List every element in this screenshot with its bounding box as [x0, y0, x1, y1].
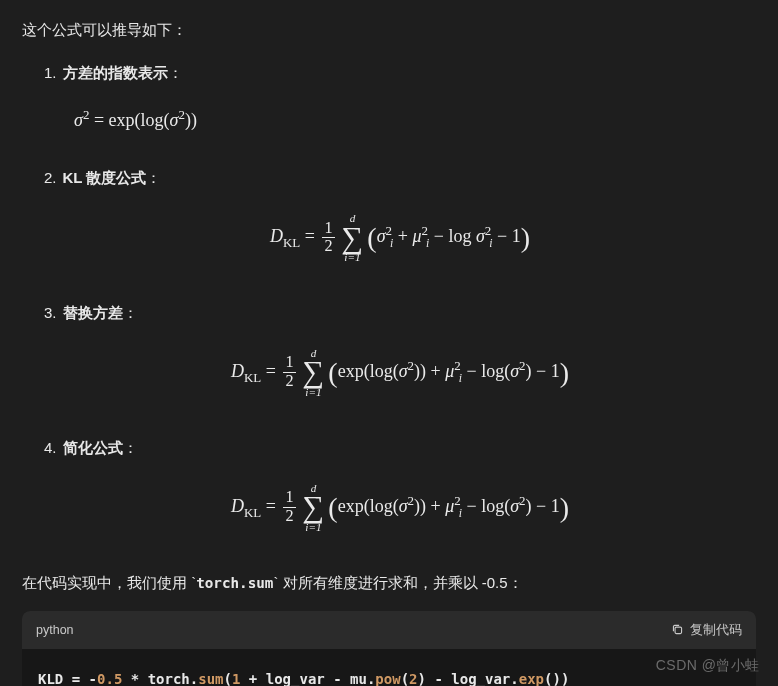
code-header: python 复制代码 — [22, 611, 756, 650]
kl-divergence-formula: DKL = 12d∑i=1(σ2i + μ2i − log σ2i − 1) — [44, 199, 756, 285]
code-body[interactable]: KLD = -0.5 * torch.sum(1 + log_var - mu.… — [22, 649, 756, 686]
copy-code-button[interactable]: 复制代码 — [671, 619, 742, 642]
item-title-3: 替换方差： — [44, 299, 756, 326]
item-variance-exp: 方差的指数表示： σ2 = exp(log(σ2)) — [44, 59, 756, 150]
item-title-2: KL 散度公式： — [44, 164, 756, 191]
copy-icon — [671, 623, 684, 636]
code-block: python 复制代码 KLD = -0.5 * torch.sum(1 + l… — [22, 611, 756, 686]
item-title-1: 方差的指数表示： — [44, 59, 756, 86]
intro-text: 这个公式可以推导如下： — [22, 16, 756, 43]
implementation-note: 在代码实现中，我们使用 `torch.sum` 对所有维度进行求和，并乘以 -0… — [22, 569, 756, 597]
simplified-formula: DKL = 12d∑i=1(exp(log(σ2)) + μ2i − log(σ… — [44, 469, 756, 555]
item-title-4: 简化公式： — [44, 434, 756, 461]
item-kl-divergence: KL 散度公式： DKL = 12d∑i=1(σ2i + μ2i − log σ… — [44, 164, 756, 285]
code-lang-label: python — [36, 619, 74, 642]
derivation-list: 方差的指数表示： σ2 = exp(log(σ2)) KL 散度公式： DKL … — [22, 59, 756, 555]
item-simplified: 简化公式： DKL = 12d∑i=1(exp(log(σ2)) + μ2i −… — [44, 434, 756, 555]
variance-exp-formula: σ2 = exp(log(σ2)) — [44, 94, 756, 150]
substitute-variance-formula: DKL = 12d∑i=1(exp(log(σ2)) + μ2i − log(σ… — [44, 334, 756, 420]
item-substitute-variance: 替换方差： DKL = 12d∑i=1(exp(log(σ2)) + μ2i −… — [44, 299, 756, 420]
inline-code-torch-sum: torch.sum — [196, 575, 273, 591]
svg-rect-0 — [675, 627, 682, 634]
